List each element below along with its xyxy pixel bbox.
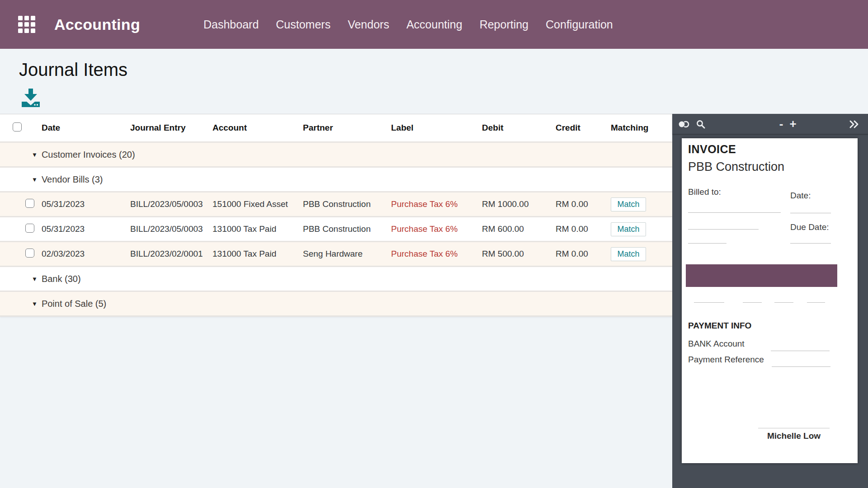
invoice-due-date-label: Due Date: xyxy=(790,222,829,232)
item-row-blank-price xyxy=(774,302,793,303)
cell-debit: RM 1000.00 xyxy=(482,199,556,209)
cell-label: Purchase Tax 6% xyxy=(391,199,482,209)
nav-item-customers[interactable]: Customers xyxy=(276,18,330,31)
cell-partner: Seng Hardware xyxy=(303,249,391,259)
cell-date: 05/31/2023 xyxy=(42,199,130,209)
search-icon[interactable] xyxy=(693,114,708,134)
cell-date: 05/31/2023 xyxy=(42,224,130,234)
billed-to-label: Billed to: xyxy=(688,187,721,197)
column-header-account[interactable]: Account xyxy=(212,123,303,133)
group-label: Customer Invoices (20) xyxy=(42,150,135,160)
caret-down-icon: ▼ xyxy=(32,276,38,282)
billed-to-line-2 xyxy=(688,229,759,230)
table-row: 02/03/2023BILL/2023/02/0001131000 Tax Pa… xyxy=(0,242,672,267)
signature-line xyxy=(758,428,830,428)
cell-journal-entry: BILL/2023/05/0003 xyxy=(130,224,212,234)
nav-item-reporting[interactable]: Reporting xyxy=(480,18,528,31)
payment-reference-label: Payment Reference xyxy=(688,355,764,365)
cell-partner: PBB Construction xyxy=(303,224,391,234)
invoice-preview-page: INVOICE PBB Construction Billed to: Date… xyxy=(682,138,858,463)
group-row[interactable]: ▼Vendor Bills (3) xyxy=(0,168,672,192)
nav-item-dashboard[interactable]: Dashboard xyxy=(203,18,259,31)
item-row-blank-description xyxy=(694,302,724,303)
cell-account: 131000 Tax Paid xyxy=(212,249,303,259)
page-title: Journal Items xyxy=(19,60,127,80)
row-checkbox[interactable] xyxy=(25,249,34,258)
cell-credit: RM 0.00 xyxy=(556,249,611,259)
table-header-row: DateJournal EntryAccountPartnerLabelDebi… xyxy=(0,114,672,143)
group-row[interactable]: ▼Bank (30) xyxy=(0,267,672,292)
column-header-partner[interactable]: Partner xyxy=(303,123,391,133)
nav-item-configuration[interactable]: Configuration xyxy=(546,18,613,31)
bank-account-line xyxy=(771,351,830,351)
cell-debit: RM 500.00 xyxy=(482,249,556,259)
cell-journal-entry: BILL/2023/02/0001 xyxy=(130,249,212,259)
column-header-journal-entry[interactable]: Journal Entry xyxy=(130,123,212,133)
viewer-toolbar: - + xyxy=(672,114,868,134)
group-label: Vendor Bills (3) xyxy=(42,174,103,185)
cell-credit: RM 0.00 xyxy=(556,224,611,234)
column-header-matching[interactable]: Matching xyxy=(611,123,672,133)
match-button[interactable]: Match xyxy=(611,222,646,236)
caret-down-icon: ▼ xyxy=(32,176,38,183)
column-header-date[interactable]: Date xyxy=(42,123,130,133)
match-button[interactable]: Match xyxy=(611,247,646,261)
item-row-blank-quantity xyxy=(743,302,762,303)
cell-account: 131000 Tax Paid xyxy=(212,224,303,234)
row-checkbox[interactable] xyxy=(25,199,34,208)
apps-grid-icon[interactable] xyxy=(18,16,35,33)
cell-label: Purchase Tax 6% xyxy=(391,224,482,234)
invoice-company-name: PBB Construction xyxy=(688,160,784,174)
cell-label: Purchase Tax 6% xyxy=(391,249,482,259)
cell-partner: PBB Construction xyxy=(303,199,391,209)
date-line xyxy=(790,213,831,213)
payment-info-heading: PAYMENT INFO xyxy=(688,321,751,331)
cell-credit: RM 0.00 xyxy=(556,199,611,209)
zoom-in-button[interactable]: + xyxy=(787,114,799,134)
table-row: 05/31/2023BILL/2023/05/0003151000 Fixed … xyxy=(0,192,672,217)
column-header-credit[interactable]: Credit xyxy=(556,123,611,133)
cell-account: 151000 Fixed Asset xyxy=(212,199,303,209)
table-row: 05/31/2023BILL/2023/05/0003131000 Tax Pa… xyxy=(0,217,672,242)
nav-menu: DashboardCustomersVendorsAccountingRepor… xyxy=(203,18,613,31)
nav-item-vendors[interactable]: Vendors xyxy=(348,18,389,31)
row-checkbox[interactable] xyxy=(25,224,34,233)
column-header-debit[interactable]: Debit xyxy=(482,123,556,133)
signature-name: Michelle Low xyxy=(758,431,830,441)
download-icon xyxy=(21,89,41,108)
app-title: Accounting xyxy=(54,16,140,33)
caret-down-icon: ▼ xyxy=(32,300,38,307)
cell-debit: RM 600.00 xyxy=(482,224,556,234)
column-header-label[interactable]: Label xyxy=(391,123,482,133)
group-label: Bank (30) xyxy=(42,274,81,284)
group-label: Point of Sale (5) xyxy=(42,299,106,309)
top-navbar: Accounting DashboardCustomersVendorsAcco… xyxy=(0,0,868,49)
due-date-line xyxy=(790,243,831,244)
group-row[interactable]: ▼Point of Sale (5) xyxy=(0,292,672,317)
match-button[interactable]: Match xyxy=(611,197,646,211)
invoice-items-header xyxy=(686,264,837,287)
select-all-checkbox[interactable] xyxy=(13,122,22,131)
journal-items-table-body: ▼Customer Invoices (20)▼Vendor Bills (3)… xyxy=(0,143,672,317)
toggle-pages-icon[interactable] xyxy=(676,114,692,134)
attachment-viewer-panel: - + INVOICE PBB Construction Billed to: … xyxy=(672,114,868,488)
invoice-date-label: Date: xyxy=(790,191,811,201)
caret-down-icon: ▼ xyxy=(32,151,38,158)
bank-account-label: BANK Account xyxy=(688,339,745,349)
cell-date: 02/03/2023 xyxy=(42,249,130,259)
download-button[interactable] xyxy=(21,89,41,108)
billed-to-line-3 xyxy=(688,243,726,244)
zoom-out-button[interactable]: - xyxy=(775,114,787,134)
journal-items-table: DateJournal EntryAccountPartnerLabelDebi… xyxy=(0,114,672,317)
item-row-blank-total xyxy=(807,302,825,303)
invoice-title: INVOICE xyxy=(688,143,736,156)
billed-to-line-1 xyxy=(688,212,781,213)
expand-panel-icon[interactable] xyxy=(846,114,862,134)
payment-reference-line xyxy=(772,366,830,367)
group-row[interactable]: ▼Customer Invoices (20) xyxy=(0,143,672,168)
cell-journal-entry: BILL/2023/05/0003 xyxy=(130,199,212,209)
nav-item-accounting[interactable]: Accounting xyxy=(406,18,462,31)
